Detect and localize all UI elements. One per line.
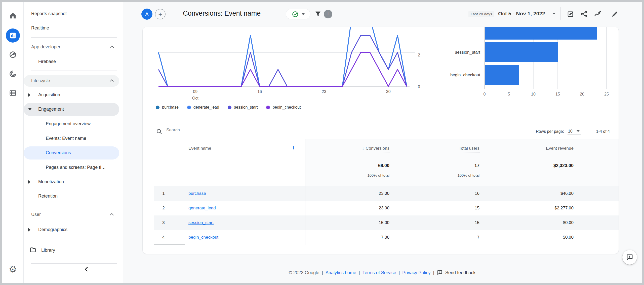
sidebar-item-label: User	[31, 212, 41, 217]
sidebar-item-label: Acquisition	[38, 92, 60, 98]
legend-dot	[228, 106, 231, 109]
column-header-event-revenue[interactable]: Event revenue	[143, 146, 574, 151]
sidebar-item-label: Engagement overview	[46, 121, 91, 126]
report-status-badge[interactable]	[286, 9, 310, 19]
add-comparison-icon[interactable]: +	[155, 9, 166, 19]
rows-per-page-select[interactable]: 10	[568, 129, 581, 135]
legend-dot	[156, 106, 159, 109]
sidebar-item-label: Life cycle	[31, 78, 50, 83]
reports-icon[interactable]	[2, 28, 24, 43]
totals-users-pct: 100% of total	[143, 173, 479, 177]
pagination: Rows per page: 10 1-4 of 4	[536, 124, 610, 139]
sidebar-item-engagement-overview[interactable]: Engagement overview	[24, 117, 121, 131]
app-window: ⚙ Reports snapshotRealtimeApp developerF…	[0, 0, 644, 285]
date-chevron-down-icon[interactable]	[552, 13, 555, 15]
sidebar-item-pages-and-screens[interactable]: Pages and screens: Page ti…	[24, 160, 121, 175]
cell-event-revenue: $0.00	[143, 230, 574, 245]
left-icon-rail: ⚙	[2, 2, 24, 283]
feedback-fab[interactable]	[622, 250, 637, 265]
legend-dot	[187, 106, 191, 109]
sidebar-divider	[31, 37, 117, 38]
cell-event-revenue: $0.00	[143, 215, 574, 230]
sidebar-item-conversions[interactable]: Conversions	[24, 146, 121, 160]
insights-icon[interactable]	[593, 10, 602, 19]
chevron-up-icon[interactable]	[110, 213, 114, 217]
sidebar-item-label: Events: Event name	[46, 136, 86, 141]
svg-text:20: 20	[580, 92, 584, 96]
sidebar-item-events-event-name[interactable]: Events: Event name	[24, 131, 121, 146]
sidebar-item-engagement[interactable]: Engagement	[24, 102, 121, 116]
table-row: 2generate_lead23.0015$2,277.00	[143, 201, 619, 215]
pagination-range: 1-4 of 4	[596, 129, 610, 134]
footer-separator: |	[399, 270, 400, 275]
table-header: Event name + ↓Conversions Total users Ev…	[143, 139, 619, 186]
collapsed-triangle-icon[interactable]	[28, 93, 30, 97]
sidebar-divider	[31, 205, 117, 205]
table-toolbar: Rows per page: 10 1-4 of 4	[143, 124, 619, 139]
report-card: 09Oct162330200510152025session_startbegi…	[142, 27, 619, 254]
share-icon[interactable]	[580, 10, 589, 19]
sidebar-divider	[31, 263, 117, 264]
copyright: © 2022 Google	[289, 270, 319, 275]
sidebar-item-monetization[interactable]: Monetization	[24, 175, 121, 189]
sidebar-item-realtime[interactable]: Realtime	[24, 21, 121, 35]
folder-icon	[30, 246, 36, 254]
sidebar-item-life-cycle[interactable]: Life cycle	[24, 74, 121, 88]
sidebar-item-acquisition[interactable]: Acquisition	[24, 88, 121, 102]
collapsed-triangle-icon[interactable]	[28, 228, 30, 232]
legend-label: purchase	[162, 105, 179, 110]
sidebar-item-label: Monetization	[38, 179, 64, 184]
table-row: 4begin_checkout7.007$0.00	[143, 230, 619, 245]
collapsed-triangle-icon[interactable]	[28, 180, 30, 184]
gear-icon[interactable]: ⚙	[2, 262, 24, 277]
page-title: Conversions: Event name	[183, 10, 261, 17]
footer-separator: |	[433, 270, 434, 275]
library-list-icon[interactable]	[2, 85, 24, 101]
sidebar-item-app-developer[interactable]: App developer	[24, 40, 121, 54]
avatar[interactable]: A	[141, 9, 152, 20]
svg-text:begin_checkout: begin_checkout	[450, 73, 480, 77]
explore-icon[interactable]	[2, 47, 24, 62]
sidebar: Reports snapshotRealtimeApp developerFir…	[24, 2, 123, 283]
expanded-triangle-icon[interactable]	[28, 108, 32, 110]
sidebar-item-demographics[interactable]: Demographics	[24, 223, 121, 237]
sidebar-item-label: Reports snapshot	[31, 11, 67, 16]
sidebar-item-library[interactable]: Library	[24, 243, 121, 258]
rows-per-page-label: Rows per page:	[536, 129, 564, 134]
sidebar-item-firebase[interactable]: Firebase	[24, 54, 121, 69]
svg-text:session_start: session_start	[455, 50, 480, 55]
send-feedback-link[interactable]: Send feedback	[437, 270, 475, 276]
secondary-avatar[interactable]: I	[324, 10, 332, 18]
home-icon[interactable]	[2, 8, 24, 23]
svg-text:0: 0	[484, 92, 486, 96]
sidebar-item-reports-snapshot[interactable]: Reports snapshot	[24, 7, 121, 21]
report-builder-icon[interactable]	[566, 10, 575, 19]
search-icon	[156, 128, 163, 136]
legend-dot	[266, 106, 270, 109]
svg-text:23: 23	[322, 89, 326, 94]
terms-of-service-link[interactable]: Terms of Service	[363, 270, 396, 275]
analytics-home-link[interactable]: Analytics home	[326, 270, 356, 275]
avatar-letter: A	[145, 11, 148, 17]
sidebar-item-user[interactable]: User	[24, 207, 121, 222]
table-bottom-border	[143, 245, 619, 245]
table-row: 1purchase23.0016$46.00	[143, 186, 619, 201]
sidebar-item-label: Library	[41, 248, 55, 253]
svg-text:5: 5	[508, 92, 510, 96]
reports-active-indicator	[6, 28, 20, 43]
footer-separator: |	[322, 270, 323, 275]
advertising-icon[interactable]	[2, 66, 24, 81]
search-input[interactable]	[166, 127, 292, 133]
privacy-policy-link[interactable]: Privacy Policy	[402, 270, 430, 275]
filter-icon[interactable]	[314, 10, 321, 18]
legend-label: generate_lead	[193, 105, 219, 110]
svg-text:15: 15	[555, 92, 560, 96]
svg-text:0: 0	[418, 85, 420, 89]
chevron-up-icon[interactable]	[110, 46, 114, 50]
edit-icon[interactable]	[610, 10, 619, 19]
secondary-avatar-letter: I	[328, 12, 329, 16]
cell-event-revenue: $2,277.00	[143, 201, 574, 215]
date-range-selector[interactable]: Oct 5 - Nov 1, 2022	[498, 11, 545, 17]
sidebar-item-label: Pages and screens: Page ti…	[46, 165, 106, 170]
sidebar-item-retention[interactable]: Retention	[24, 189, 121, 203]
